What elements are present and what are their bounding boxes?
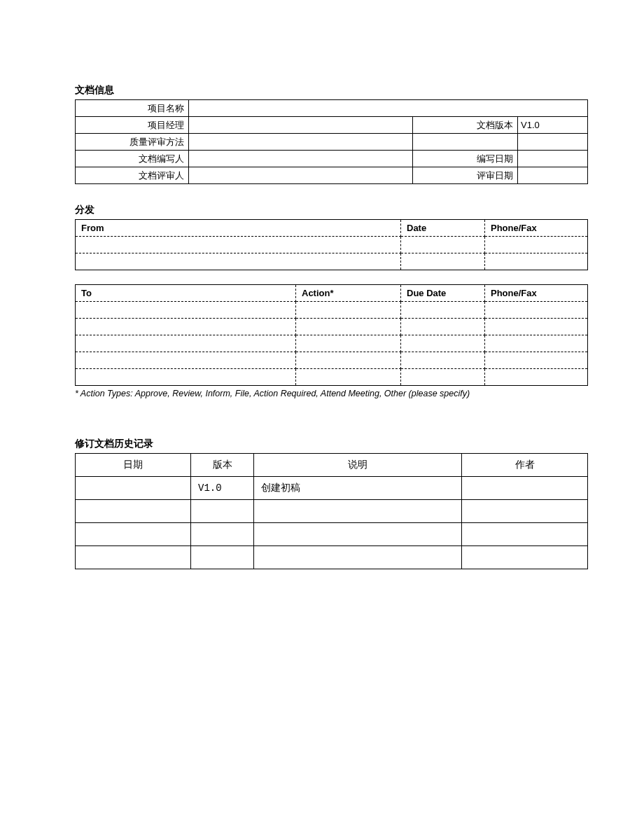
cell-date (76, 477, 191, 500)
cell (76, 352, 296, 369)
cell-version: V1.0 (191, 477, 254, 500)
action-note: * Action Types: Approve, Review, Inform,… (75, 389, 588, 398)
label-quality-method: 质量评审方法 (76, 134, 189, 151)
cell (485, 302, 588, 319)
cell-desc: 创建初稿 (254, 477, 462, 500)
value-quality-method (189, 134, 413, 151)
blank-cell (413, 134, 518, 151)
header-to: To (76, 285, 296, 302)
cell (401, 319, 485, 335)
from-header-row: From Date Phone/Fax (76, 220, 588, 237)
header-date: 日期 (76, 454, 191, 477)
header-action: Action* (296, 285, 401, 302)
table-row (76, 369, 588, 386)
value-write-date (518, 151, 588, 167)
cell (485, 237, 588, 253)
cell (485, 352, 588, 369)
header-author: 作者 (462, 454, 588, 477)
cell-author (462, 546, 588, 569)
table-row (76, 253, 588, 270)
docinfo-section: 文档信息 项目名称 项目经理 文档版本 V1.0 质量评审方法 文档编写人 编写… (75, 84, 588, 184)
label-project-manager: 项目经理 (76, 117, 189, 134)
cell-desc (254, 546, 462, 569)
row-author: 文档编写人 编写日期 (76, 151, 588, 167)
table-row (76, 500, 588, 523)
table-row (76, 546, 588, 569)
cell (76, 369, 296, 386)
value-author (189, 151, 413, 167)
cell (296, 352, 401, 369)
cell-author (462, 500, 588, 523)
row-reviewer: 文档评审人 评审日期 (76, 167, 588, 184)
cell-date (76, 546, 191, 569)
row-quality-method: 质量评审方法 (76, 134, 588, 151)
docinfo-title: 文档信息 (75, 84, 588, 97)
header-from: From (76, 220, 401, 237)
label-write-date: 编写日期 (413, 151, 518, 167)
cell (401, 237, 485, 253)
table-row (76, 335, 588, 352)
cell-version (191, 546, 254, 569)
blank-cell (518, 134, 588, 151)
cell (296, 319, 401, 335)
cell (485, 253, 588, 270)
row-project-manager: 项目经理 文档版本 V1.0 (76, 117, 588, 134)
cell (76, 237, 401, 253)
header-phone: Phone/Fax (485, 220, 588, 237)
table-row (76, 319, 588, 335)
header-due-date: Due Date (401, 285, 485, 302)
cell-date (76, 523, 191, 546)
cell (76, 335, 296, 352)
label-author: 文档编写人 (76, 151, 189, 167)
cell (401, 253, 485, 270)
label-reviewer: 文档评审人 (76, 167, 189, 184)
cell (485, 335, 588, 352)
distribution-section: 分发 From Date Phone/Fax To Action* Due Da… (75, 204, 588, 398)
value-review-date (518, 167, 588, 184)
cell (401, 352, 485, 369)
cell (296, 369, 401, 386)
header-version: 版本 (191, 454, 254, 477)
revision-section: 修订文档历史记录 日期 版本 说明 作者 V1.0创建初稿 (75, 438, 588, 569)
row-project-name: 项目名称 (76, 100, 588, 117)
cell (76, 253, 401, 270)
value-doc-version: V1.0 (518, 117, 588, 134)
revision-header-row: 日期 版本 说明 作者 (76, 454, 588, 477)
header-desc: 说明 (254, 454, 462, 477)
cell (401, 335, 485, 352)
header-phone: Phone/Fax (485, 285, 588, 302)
header-date: Date (401, 220, 485, 237)
to-header-row: To Action* Due Date Phone/Fax (76, 285, 588, 302)
cell (76, 302, 296, 319)
cell-desc (254, 500, 462, 523)
cell-date (76, 500, 191, 523)
to-table: To Action* Due Date Phone/Fax (75, 284, 588, 386)
cell-version (191, 500, 254, 523)
cell (401, 369, 485, 386)
cell-version (191, 523, 254, 546)
cell (485, 319, 588, 335)
label-review-date: 评审日期 (413, 167, 518, 184)
docinfo-table: 项目名称 项目经理 文档版本 V1.0 质量评审方法 文档编写人 编写日期 文档… (75, 99, 588, 184)
table-row (76, 352, 588, 369)
from-table: From Date Phone/Fax (75, 219, 588, 270)
label-doc-version: 文档版本 (413, 117, 518, 134)
label-project-name: 项目名称 (76, 100, 189, 117)
cell (76, 319, 296, 335)
revision-title: 修订文档历史记录 (75, 438, 588, 450)
revision-table: 日期 版本 说明 作者 V1.0创建初稿 (75, 453, 588, 569)
cell-author (462, 523, 588, 546)
distribution-title: 分发 (75, 204, 588, 216)
cell (401, 302, 485, 319)
table-row: V1.0创建初稿 (76, 477, 588, 500)
cell-desc (254, 523, 462, 546)
cell (485, 369, 588, 386)
cell-author (462, 477, 588, 500)
value-project-manager (189, 117, 413, 134)
table-row (76, 523, 588, 546)
cell (296, 335, 401, 352)
value-reviewer (189, 167, 413, 184)
table-row (76, 302, 588, 319)
table-row (76, 237, 588, 253)
value-project-name (189, 100, 588, 117)
